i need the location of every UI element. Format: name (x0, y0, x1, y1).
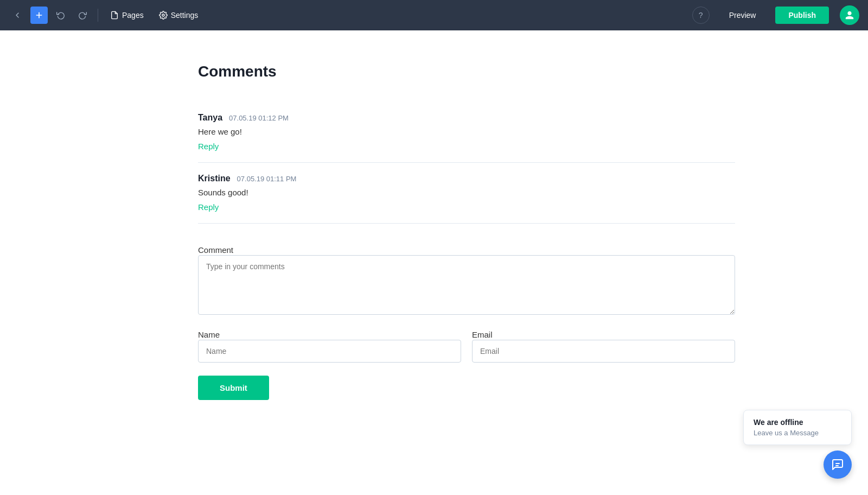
back-button[interactable] (9, 7, 26, 24)
page-title: Comments (198, 63, 735, 80)
pages-label: Pages (122, 11, 144, 20)
main-content: Comments Tanya 07.05.19 01:12 PM Here we… (122, 30, 746, 443)
preview-button[interactable]: Preview (718, 7, 767, 24)
comment-form: Comment Name Email Submit (198, 245, 735, 400)
chat-widget: We are offline Leave us a Message (743, 410, 852, 479)
comment-text: Sounds good! (198, 188, 735, 197)
chat-popup: We are offline Leave us a Message (743, 410, 852, 445)
redo-button[interactable] (74, 7, 91, 24)
help-icon: ? (699, 11, 703, 20)
help-button[interactable]: ? (692, 7, 710, 24)
nav-divider (98, 9, 98, 22)
comment-header: Kristine 07.05.19 01:11 PM (198, 174, 735, 183)
name-col: Name (198, 330, 461, 363)
name-label: Name (198, 330, 220, 339)
comment-text: Here we go! (198, 127, 735, 136)
name-input[interactable] (198, 340, 461, 363)
settings-label: Settings (171, 11, 199, 20)
comment-textarea[interactable] (198, 255, 735, 315)
email-input[interactable] (472, 340, 735, 363)
submit-button[interactable]: Submit (198, 376, 269, 400)
reply-button[interactable]: Reply (198, 142, 219, 151)
avatar[interactable] (840, 5, 859, 25)
pages-button[interactable]: Pages (105, 8, 149, 23)
chat-offline-title: We are offline (754, 418, 841, 427)
reply-button[interactable]: Reply (198, 202, 219, 212)
comment-header: Tanya 07.05.19 01:12 PM (198, 113, 735, 123)
publish-button[interactable]: Publish (775, 7, 829, 24)
add-button[interactable] (30, 7, 48, 24)
form-row: Name Email (198, 330, 735, 363)
comment-label: Comment (198, 245, 233, 255)
comment-item: Kristine 07.05.19 01:11 PM Sounds good! … (198, 163, 735, 224)
settings-button[interactable]: Settings (154, 8, 204, 23)
undo-button[interactable] (52, 7, 69, 24)
comment-item: Tanya 07.05.19 01:12 PM Here we go! Repl… (198, 102, 735, 163)
email-col: Email (472, 330, 735, 363)
chat-offline-subtitle: Leave us a Message (754, 429, 841, 437)
comment-author: Kristine (198, 174, 231, 183)
svg-point-2 (162, 14, 164, 16)
chat-button[interactable] (824, 450, 852, 479)
comment-author: Tanya (198, 113, 222, 123)
top-navigation: Pages Settings ? Preview Publish (0, 0, 868, 30)
comment-date: 07.05.19 01:11 PM (237, 175, 297, 183)
comment-date: 07.05.19 01:12 PM (229, 114, 289, 122)
email-label: Email (472, 330, 493, 339)
